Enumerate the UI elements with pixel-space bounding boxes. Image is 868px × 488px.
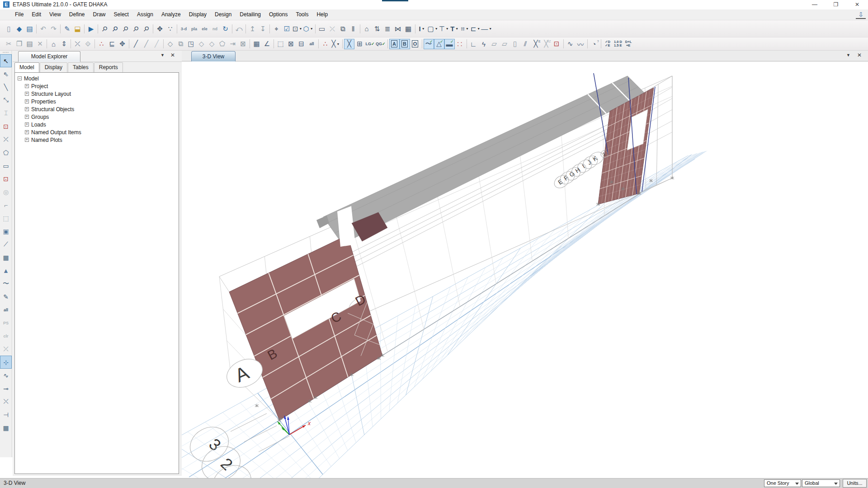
snap-grid-icon[interactable]: ▦ bbox=[0, 421, 12, 434]
model-explorer-title-tab[interactable]: Model Explorer bbox=[18, 51, 80, 62]
tree-expander-icon[interactable]: − bbox=[18, 76, 22, 80]
tree-expander-icon[interactable]: + bbox=[25, 122, 29, 127]
snap-ends-icon[interactable]: ∿ bbox=[0, 369, 12, 382]
section-s-icon[interactable]: ϟ bbox=[479, 39, 489, 49]
local-grid-button[interactable]: LG✓ bbox=[365, 39, 375, 49]
tree-item-named-output-items[interactable]: +Named Output Items bbox=[18, 128, 179, 136]
previous-view-icon[interactable]: ⤺ bbox=[234, 23, 244, 34]
restore-button[interactable]: ❐ bbox=[826, 0, 846, 9]
coord-system-combo[interactable]: Global bbox=[802, 479, 840, 487]
snap-dots-icon[interactable]: ∵ bbox=[165, 23, 175, 34]
hash-dd-icon[interactable]: ⌗▼ bbox=[460, 23, 470, 34]
delete-icon[interactable]: ✕ bbox=[35, 39, 45, 49]
tree-item-project[interactable]: +Project bbox=[18, 82, 179, 90]
quick-grid-button[interactable]: QG✓ bbox=[375, 39, 386, 49]
tree-item-model[interactable]: −Model bbox=[18, 75, 179, 82]
ibeam-dd-icon[interactable]: I▼ bbox=[417, 23, 427, 34]
menu-view[interactable]: View bbox=[45, 9, 65, 20]
tree-expander-icon[interactable]: + bbox=[25, 130, 29, 134]
story-combo[interactable]: One Story bbox=[764, 479, 801, 487]
shell-wave-icon[interactable]: 〜✓ bbox=[424, 39, 434, 49]
align-points-icon[interactable]: ∴ bbox=[96, 39, 107, 49]
view-elevation-button[interactable]: ele bbox=[199, 23, 210, 34]
menu-select[interactable]: Select bbox=[110, 9, 133, 20]
minimize-button[interactable]: — bbox=[804, 0, 825, 9]
explorer-caret-icon[interactable]: ▼ bbox=[160, 53, 165, 57]
reshape-icon[interactable]: ⇖ bbox=[0, 67, 12, 80]
check-de-button[interactable]: ✓D✓E bbox=[603, 39, 613, 49]
select-window-icon[interactable]: ⬚ bbox=[275, 39, 286, 49]
grid-zoom-icon[interactable]: ▦ bbox=[251, 39, 262, 49]
select-line-icon[interactable]: ⤫ bbox=[0, 343, 12, 356]
move-down-icon[interactable]: ↧ bbox=[258, 23, 268, 34]
frame-toggle-icon[interactable]: ╳ bbox=[344, 39, 354, 49]
draw-rect-area-icon[interactable]: ▭ bbox=[0, 159, 12, 172]
boxgrid-icon[interactable]: ⊠ bbox=[238, 39, 248, 49]
tree-item-properties[interactable]: +Properties bbox=[18, 98, 179, 105]
tree-item-groups[interactable]: +Groups bbox=[18, 113, 179, 121]
object-view-dd-icon[interactable]: ⊡▼ bbox=[292, 23, 303, 34]
paste-icon[interactable]: ▤ bbox=[24, 39, 35, 49]
seismic-icon[interactable]: 〰 bbox=[576, 39, 586, 49]
view-close-icon[interactable]: ✕ bbox=[857, 52, 862, 58]
tile2-icon[interactable]: ⧉ bbox=[175, 39, 186, 49]
tree-expander-icon[interactable]: + bbox=[25, 138, 29, 142]
explorer-close-icon[interactable]: ✕ bbox=[170, 52, 175, 58]
snap-intersection-icon[interactable]: ⤬ bbox=[0, 395, 12, 408]
download-icon[interactable]: ⇩ bbox=[856, 11, 866, 19]
tree-expander-icon[interactable]: + bbox=[25, 107, 29, 111]
undo-icon[interactable]: ↶ bbox=[38, 23, 48, 34]
resize-icon[interactable]: ◳ bbox=[186, 39, 196, 49]
tree-expander-icon[interactable]: + bbox=[25, 84, 29, 88]
draw-line3-icon[interactable]: ╱ bbox=[151, 39, 162, 49]
tree-expander-icon[interactable]: + bbox=[25, 115, 29, 119]
bowtie-icon[interactable]: ⋈ bbox=[393, 23, 403, 34]
show-objects-button[interactable]: O bbox=[410, 39, 420, 49]
view-plan-button[interactable]: pla bbox=[189, 23, 199, 34]
draw-rect-icon[interactable]: ▭ bbox=[317, 23, 327, 34]
select-all-rail-button[interactable]: all bbox=[0, 303, 12, 316]
view-named-button[interactable]: nd bbox=[210, 23, 220, 34]
boxdot-icon[interactable]: ⊡ bbox=[552, 39, 562, 49]
edge-dots-icon[interactable]: ⸬ bbox=[455, 39, 465, 49]
menu-help[interactable]: Help bbox=[312, 9, 332, 20]
combo-dle-button[interactable]: D+L +E bbox=[623, 39, 634, 49]
windows-tile-icon[interactable]: ⧉ bbox=[338, 23, 348, 34]
tree-expander-icon[interactable]: + bbox=[25, 92, 29, 96]
tree-item-structural-objects[interactable]: +Structural Objects bbox=[18, 105, 179, 113]
draw-braces-icon[interactable]: ⌶ bbox=[0, 107, 12, 120]
menu-assign[interactable]: Assign bbox=[133, 9, 157, 20]
menu-edit[interactable]: Edit bbox=[28, 9, 45, 20]
menu-define[interactable]: Define bbox=[65, 9, 89, 20]
explorer-tab-display[interactable]: Display bbox=[40, 62, 67, 72]
draw-pencil-icon[interactable]: ✎ bbox=[0, 290, 12, 303]
tee-dd-icon[interactable]: ⊤▼ bbox=[439, 23, 449, 34]
show-braces-button[interactable]: B bbox=[400, 39, 410, 49]
tree-expander-icon[interactable]: + bbox=[25, 99, 29, 103]
snap-midpoint-icon[interactable]: ⊸ bbox=[0, 382, 12, 395]
slab2-icon[interactable]: ▱ bbox=[500, 39, 510, 49]
draw-joint-icon[interactable]: ╲ bbox=[0, 80, 12, 94]
lock-model-icon[interactable]: ⬓ bbox=[72, 23, 83, 34]
copy-icon[interactable]: ❐ bbox=[14, 39, 24, 49]
line-select-dd-icon[interactable]: ╳▼ bbox=[330, 39, 341, 49]
menu-detailing[interactable]: Detailing bbox=[236, 9, 265, 20]
show-areas-button[interactable]: A bbox=[389, 39, 400, 49]
view-caret-icon[interactable]: ▼ bbox=[846, 53, 850, 57]
draw-frame-icon[interactable]: ⤡ bbox=[0, 94, 12, 107]
menu-design[interactable]: Design bbox=[211, 9, 236, 20]
draw-poly-area-icon[interactable]: ⬠ bbox=[0, 146, 12, 159]
tree-item-structure-layout[interactable]: +Structure Layout bbox=[18, 90, 179, 98]
explorer-tab-reports[interactable]: Reports bbox=[94, 62, 123, 72]
zoom-previous-icon[interactable]: ⚲ bbox=[120, 23, 131, 34]
draw-ramp-icon[interactable]: ▲ bbox=[0, 264, 12, 277]
edit-pencil-icon[interactable]: ✎ bbox=[62, 23, 72, 34]
explorer-tab-tables[interactable]: Tables bbox=[68, 62, 94, 72]
close-button[interactable]: ✕ bbox=[847, 0, 868, 9]
zoom-all-icon[interactable]: ⚲ bbox=[110, 23, 120, 34]
redo-icon[interactable]: ↷ bbox=[48, 23, 59, 34]
zoom-window-icon[interactable]: ⚲ bbox=[99, 23, 110, 34]
select-minus-icon[interactable]: ⊟ bbox=[296, 39, 307, 49]
pointer-select-icon[interactable]: ↖ bbox=[0, 54, 12, 67]
draw-line1-icon[interactable]: ╱ bbox=[131, 39, 141, 49]
